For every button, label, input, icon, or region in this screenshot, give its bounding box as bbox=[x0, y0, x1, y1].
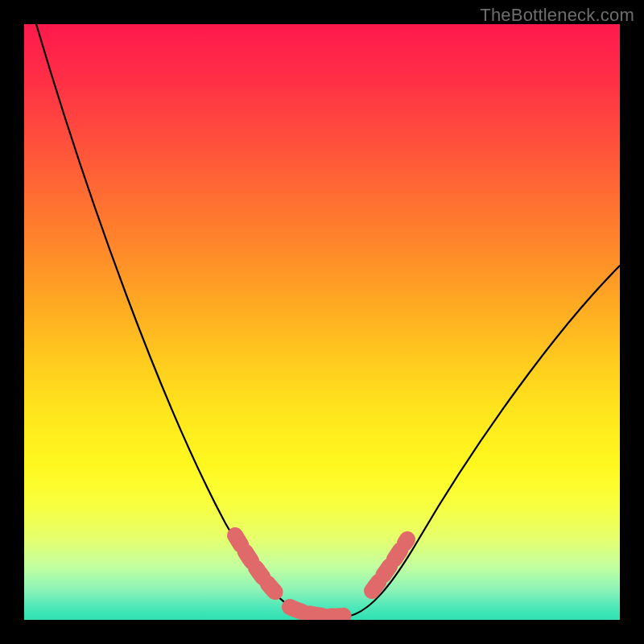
plot-area bbox=[24, 24, 620, 620]
chart-frame: TheBottleneck.com bbox=[0, 0, 644, 644]
highlight-floor bbox=[290, 607, 348, 617]
watermark-text: TheBottleneck.com bbox=[480, 5, 634, 26]
curve-layer bbox=[24, 24, 620, 620]
bottleneck-curve bbox=[36, 24, 620, 617]
highlight-left bbox=[235, 535, 280, 597]
